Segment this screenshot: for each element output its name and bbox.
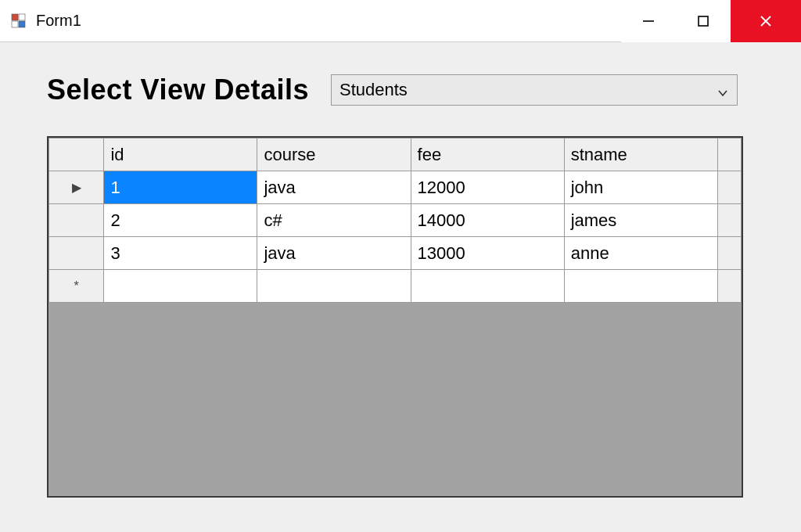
cell-fee[interactable]: 12000 xyxy=(411,171,564,204)
cell-id[interactable]: 2 xyxy=(104,204,257,237)
cell-stname[interactable]: john xyxy=(564,171,717,204)
title-bar: Form1 xyxy=(0,0,801,42)
window-title: Form1 xyxy=(36,12,81,30)
cell-fee[interactable]: 14000 xyxy=(411,204,564,237)
chevron-down-icon xyxy=(717,84,729,96)
cell-stname[interactable]: james xyxy=(564,204,717,237)
scroll-gutter xyxy=(717,237,741,270)
close-button[interactable] xyxy=(731,0,801,42)
client-area: Select View Details Students id course f… xyxy=(0,42,801,532)
cell-id[interactable]: 3 xyxy=(104,237,257,270)
svg-rect-2 xyxy=(12,21,18,27)
cell-course[interactable]: java xyxy=(257,237,411,270)
svg-rect-1 xyxy=(19,14,25,20)
cell-id[interactable]: 1 xyxy=(104,171,257,204)
svg-rect-5 xyxy=(699,16,708,26)
cell-course[interactable] xyxy=(257,270,411,303)
page-title: Select View Details xyxy=(47,74,309,106)
scroll-gutter xyxy=(717,138,741,171)
cell-fee[interactable] xyxy=(411,270,564,303)
table-row[interactable]: ▶ 1 java 12000 john xyxy=(49,171,742,204)
minimize-button[interactable] xyxy=(621,0,676,42)
data-grid[interactable]: id course fee stname ▶ 1 java 12000 john xyxy=(47,136,743,498)
table-row[interactable]: 2 c# 14000 james xyxy=(49,204,742,237)
column-header-course[interactable]: course xyxy=(257,138,411,171)
scroll-gutter xyxy=(717,270,741,303)
cell-stname[interactable]: anne xyxy=(564,237,717,270)
maximize-button[interactable] xyxy=(676,0,731,42)
cell-course[interactable]: java xyxy=(257,171,411,204)
column-header-stname[interactable]: stname xyxy=(564,138,717,171)
svg-rect-3 xyxy=(19,21,25,27)
new-row[interactable]: * xyxy=(49,270,742,303)
scroll-gutter xyxy=(717,171,741,204)
svg-rect-0 xyxy=(12,14,18,20)
scroll-gutter xyxy=(717,204,741,237)
cell-stname[interactable] xyxy=(564,270,717,303)
combo-value: Students xyxy=(339,80,717,100)
app-icon xyxy=(11,13,27,29)
column-header-id[interactable]: id xyxy=(104,138,257,171)
heading-row: Select View Details Students xyxy=(47,74,754,106)
column-header-fee[interactable]: fee xyxy=(411,138,564,171)
cell-fee[interactable]: 13000 xyxy=(411,237,564,270)
column-header-row: id course fee stname xyxy=(49,138,742,171)
new-row-indicator-icon: * xyxy=(49,270,104,303)
view-select-combo[interactable]: Students xyxy=(331,74,738,106)
cell-course[interactable]: c# xyxy=(257,204,411,237)
table-row[interactable]: 3 java 13000 anne xyxy=(49,237,742,270)
row-header xyxy=(49,204,104,237)
row-indicator-icon: ▶ xyxy=(49,171,104,204)
cell-id[interactable] xyxy=(104,270,257,303)
row-header xyxy=(49,237,104,270)
header-corner[interactable] xyxy=(49,138,104,171)
